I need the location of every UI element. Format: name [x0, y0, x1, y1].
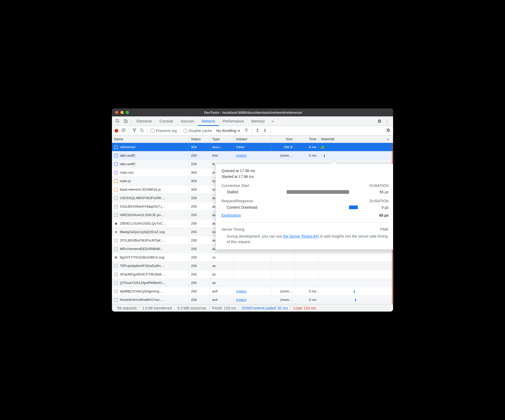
- kebab-icon[interactable]: ⋮: [384, 119, 391, 123]
- cell-waterfall: [319, 262, 393, 270]
- cell-initiator: [234, 279, 271, 287]
- status-resources: 5.3 MB resources: [175, 306, 209, 310]
- preserve-log-label: Preserve log: [156, 129, 177, 133]
- table-row[interactable]: lHvzbNUlrm2Mvd4H1Ywc.…200avif(index)(mem…: [112, 296, 393, 304]
- cell-status: 304: [189, 177, 210, 185]
- cell-status: 200: [189, 236, 210, 244]
- gear-icon[interactable]: [386, 128, 390, 133]
- tab-console[interactable]: Console: [156, 116, 177, 126]
- content-download-label: Content Download: [221, 205, 275, 209]
- cell-name: ◦base-element-3018901b.js: [112, 185, 189, 194]
- initiator-link[interactable]: (index): [236, 154, 247, 158]
- table-row[interactable]: TRFujw0pi0nHF3GwDuRn.…200av: [112, 262, 393, 270]
- cell-status: 200: [189, 262, 210, 270]
- search-icon[interactable]: [140, 128, 144, 133]
- cell-name: QTDnaY32hLDipeRW8e3O…: [112, 279, 189, 287]
- file-icon: [114, 298, 118, 302]
- table-header: Name Status Type Initiator Size Time Wat…: [112, 135, 393, 143]
- disable-cache-checkbox[interactable]: Disable cache: [184, 129, 212, 133]
- cell-status: 200: [189, 228, 210, 236]
- time-label: TIME: [380, 227, 389, 231]
- throttling-select[interactable]: No throttling: [215, 128, 241, 133]
- cell-status: 200: [189, 151, 210, 160]
- divider: [221, 222, 389, 222]
- download-icon[interactable]: [263, 128, 267, 133]
- cell-type: av: [210, 279, 234, 287]
- status-finish: Finish: 129 ms: [209, 306, 239, 310]
- tab-network[interactable]: Network: [198, 116, 219, 126]
- cell-status: 200: [189, 219, 210, 228]
- divider: [131, 119, 131, 124]
- file-icon: T: [114, 154, 118, 158]
- settings-icon[interactable]: [376, 119, 383, 124]
- col-type[interactable]: Type: [210, 135, 234, 143]
- cell-status: 200: [189, 279, 210, 287]
- tab-elements[interactable]: Elements: [133, 116, 156, 126]
- status-bar: 59 requests 1.5 kB transferred 5.3 MB re…: [112, 304, 393, 312]
- preserve-log-checkbox[interactable]: Preserve log: [151, 129, 177, 133]
- status-dcl: DOMContentLoaded: 91 ms: [239, 306, 291, 310]
- tab-sources[interactable]: Sources: [177, 116, 198, 126]
- wifi-icon[interactable]: [244, 128, 249, 133]
- col-initiator[interactable]: Initiator: [234, 135, 271, 143]
- cell-size: (mem…: [271, 151, 295, 160]
- file-icon: [114, 205, 118, 208]
- timing-tooltip: Queued at 17.98 ms Started at 17.98 ms C…: [215, 164, 393, 250]
- cell-waterfall: [319, 279, 393, 287]
- col-size[interactable]: Size: [271, 135, 295, 143]
- request-response-label: Request/Response: [221, 199, 253, 203]
- cell-type: font: [210, 151, 234, 160]
- cell-type: av: [210, 262, 234, 270]
- cell-waterfall: [319, 143, 393, 151]
- initiator-link[interactable]: (index): [236, 298, 247, 302]
- explanation-link[interactable]: Explanation: [221, 213, 241, 217]
- cell-status: 304: [189, 168, 210, 177]
- col-time[interactable]: Time: [295, 135, 319, 143]
- cell-name: AFacMOgv6D0CFTr6U5e8.…: [112, 270, 189, 278]
- record-button[interactable]: [115, 129, 118, 133]
- cell-size: [271, 253, 295, 261]
- tab-performance[interactable]: Performance: [219, 116, 247, 126]
- cell-initiator: (index): [234, 287, 271, 295]
- device-icon[interactable]: [122, 119, 129, 123]
- col-name[interactable]: Name: [112, 135, 189, 143]
- server-timing-api-link[interactable]: the Server Timing API: [283, 234, 319, 238]
- cell-name: lHvzbNUlrm2Mvd4H1Ywc.…: [112, 296, 189, 304]
- cell-waterfall: [319, 253, 393, 261]
- table-row[interactable]: AFacMOgv6D0CFTr6U5e8.…200av: [112, 270, 393, 279]
- initiator-link[interactable]: (index): [236, 289, 247, 293]
- clear-icon[interactable]: [121, 128, 126, 133]
- cell-size: [271, 279, 295, 287]
- cell-status: 200: [189, 211, 210, 219]
- file-icon: ✿: [114, 256, 118, 259]
- connection-start-label: Connection Start: [221, 183, 249, 188]
- cell-status: 304: [189, 185, 210, 194]
- tab-memory[interactable]: Memory: [248, 116, 269, 126]
- cell-status: 200: [189, 270, 210, 278]
- upload-icon[interactable]: [255, 128, 260, 133]
- table-row[interactable]: QTDnaY32hLDipeRW8e3O…200av: [112, 279, 393, 287]
- col-status[interactable]: Status: [189, 135, 210, 143]
- duration-label: DURATION: [369, 183, 389, 188]
- filter-icon[interactable]: [132, 128, 137, 133]
- titlebar: DevTools - localhost:8080/docs/devtools/…: [112, 108, 393, 116]
- maximize-icon[interactable]: [126, 111, 129, 114]
- minimize-icon[interactable]: [120, 111, 124, 114]
- more-tabs-icon[interactable]: »: [269, 119, 276, 123]
- server-timing-label: Server Timing: [221, 227, 244, 231]
- cell-name: TRFujw0pi0nHF3GwDuRn.…: [112, 262, 189, 270]
- cell-time: 0 ms: [295, 151, 319, 160]
- stalled-bar: [287, 190, 349, 194]
- svg-line-6: [143, 131, 143, 132]
- table-row[interactable]: 4pIMBj7zOAk1y5Agmmoj.…200avif(index)(mem…: [112, 287, 393, 296]
- cell-initiator: [234, 253, 271, 261]
- stalled-value: 56 µs: [370, 190, 389, 194]
- table-row[interactable]: ✿9gzXiTYY0nZzBxGI6KrV.svg200sv: [112, 253, 393, 262]
- cell-time: 8 ms: [295, 143, 319, 151]
- cell-initiator: (index): [234, 151, 271, 160]
- inspect-icon[interactable]: [114, 119, 121, 123]
- table-row[interactable]: ≡reference/304docu…Other296 B8 ms: [112, 143, 393, 151]
- table-row[interactable]: Tlatin.woff2200font(index)(mem…0 ms: [112, 151, 393, 160]
- col-waterfall[interactable]: Waterfall▲: [319, 135, 393, 143]
- close-icon[interactable]: [115, 111, 118, 114]
